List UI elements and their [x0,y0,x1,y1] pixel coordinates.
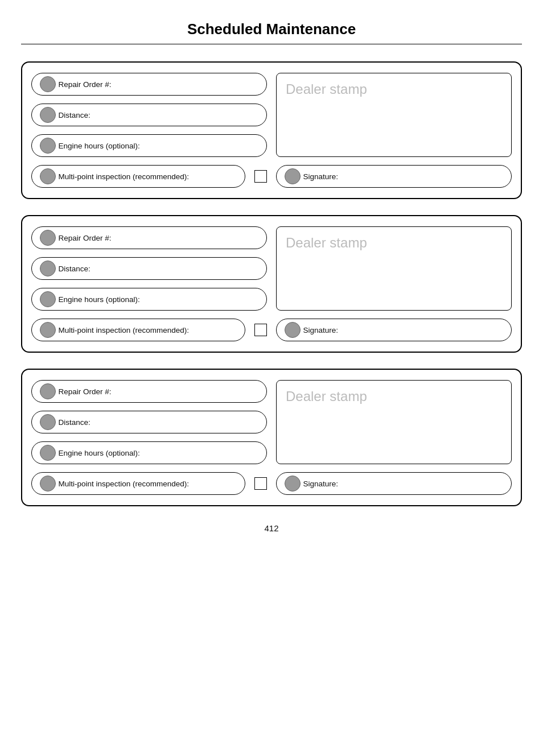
signature-label-1: Signature: [303,172,338,181]
card-2-right: Dealer stamp Signature: [276,226,512,341]
repair-order-field-2[interactable]: Repair Order #: [31,226,267,249]
maintenance-card-3: Repair Order #: Distance: Engine hours (… [21,369,522,506]
distance-field-2[interactable]: Distance: [31,257,267,280]
signature-icon-3 [285,476,301,491]
distance-row-3: Distance: [31,411,267,433]
dealer-stamp-box-3: Dealer stamp [276,380,512,464]
engine-hours-field-3[interactable]: Engine hours (optional): [31,441,267,464]
distance-icon-3 [40,414,56,430]
engine-hours-row-3: Engine hours (optional): [31,441,267,464]
multipoint-icon-2 [40,322,56,338]
repair-order-icon-2 [40,230,56,246]
signature-box-2[interactable]: Signature: [276,319,512,341]
signature-label-3: Signature: [303,480,338,488]
engine-hours-icon-2 [40,291,56,307]
distance-icon-1 [40,107,56,123]
card-3-left: Repair Order #: Distance: Engine hours (… [31,380,267,495]
multipoint-checkbox-3[interactable] [254,477,267,490]
card-1-left: Repair Order #: Distance: Engine hours (… [31,73,267,188]
title-divider [21,44,522,44]
signature-box-1[interactable]: Signature: [276,165,512,188]
distance-label-3: Distance: [58,418,90,427]
distance-field-1[interactable]: Distance: [31,104,267,126]
signature-row-1: Signature: [276,165,512,188]
multipoint-field-2[interactable]: Multi-point inspection (recommended): [31,319,245,341]
card-3-right: Dealer stamp Signature: [276,380,512,495]
distance-label-2: Distance: [58,265,90,273]
distance-field-3[interactable]: Distance: [31,411,267,433]
engine-hours-label-3: Engine hours (optional): [58,449,139,457]
signature-label-2: Signature: [303,326,338,334]
multipoint-label-1: Multi-point inspection (recommended): [58,172,189,181]
repair-order-row-2: Repair Order #: [31,226,267,249]
signature-box-3[interactable]: Signature: [276,472,512,495]
distance-row-2: Distance: [31,257,267,280]
dealer-stamp-text-1: Dealer stamp [286,81,367,97]
engine-hours-row-1: Engine hours (optional): [31,134,267,157]
page-title: Scheduled Maintenance [0,20,543,38]
repair-order-row-1: Repair Order #: [31,73,267,96]
dealer-stamp-text-3: Dealer stamp [286,389,367,404]
card-1-right: Dealer stamp Signature: [276,73,512,188]
multipoint-row-1: Multi-point inspection (recommended): [31,165,267,188]
dealer-stamp-box-2: Dealer stamp [276,226,512,311]
multipoint-label-3: Multi-point inspection (recommended): [58,480,189,488]
engine-hours-row-2: Engine hours (optional): [31,288,267,311]
card-2-left: Repair Order #: Distance: Engine hours (… [31,226,267,341]
distance-icon-2 [40,261,56,276]
multipoint-checkbox-1[interactable] [254,170,267,183]
repair-order-field-1[interactable]: Repair Order #: [31,73,267,96]
distance-label-1: Distance: [58,111,90,119]
repair-order-icon-1 [40,76,56,92]
multipoint-field-1[interactable]: Multi-point inspection (recommended): [31,165,245,188]
repair-order-field-3[interactable]: Repair Order #: [31,380,267,403]
engine-hours-icon-3 [40,445,56,461]
cards-container: Repair Order #: Distance: Engine hours (… [21,61,522,506]
repair-order-icon-3 [40,383,56,399]
multipoint-checkbox-2[interactable] [254,324,267,336]
multipoint-icon-1 [40,168,56,184]
engine-hours-field-1[interactable]: Engine hours (optional): [31,134,267,157]
engine-hours-icon-1 [40,138,56,154]
multipoint-icon-3 [40,476,56,491]
signature-row-2: Signature: [276,319,512,341]
signature-icon-2 [285,322,301,338]
repair-order-label-1: Repair Order #: [58,80,111,89]
dealer-stamp-text-2: Dealer stamp [286,235,367,251]
page-number: 412 [264,523,278,533]
multipoint-row-2: Multi-point inspection (recommended): [31,319,267,341]
dealer-stamp-box-1: Dealer stamp [276,73,512,157]
maintenance-card-2: Repair Order #: Distance: Engine hours (… [21,215,522,353]
maintenance-card-1: Repair Order #: Distance: Engine hours (… [21,61,522,199]
multipoint-label-2: Multi-point inspection (recommended): [58,326,189,334]
engine-hours-label-2: Engine hours (optional): [58,295,139,304]
repair-order-label-2: Repair Order #: [58,234,111,242]
distance-row-1: Distance: [31,104,267,126]
engine-hours-field-2[interactable]: Engine hours (optional): [31,288,267,311]
repair-order-row-3: Repair Order #: [31,380,267,403]
signature-row-3: Signature: [276,472,512,495]
engine-hours-label-1: Engine hours (optional): [58,142,139,150]
multipoint-field-3[interactable]: Multi-point inspection (recommended): [31,472,245,495]
repair-order-label-3: Repair Order #: [58,387,111,396]
multipoint-row-3: Multi-point inspection (recommended): [31,472,267,495]
signature-icon-1 [285,168,301,184]
